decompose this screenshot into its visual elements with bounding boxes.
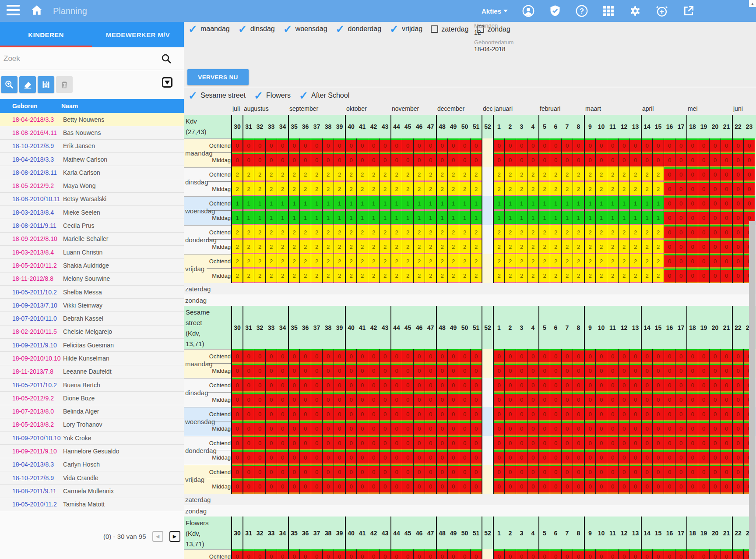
schedule-cell[interactable]: 2 [436, 225, 447, 240]
schedule-cell[interactable]: 0 [573, 349, 584, 364]
schedule-cell[interactable]: 0 [243, 393, 254, 407]
schedule-cell[interactable]: 0 [743, 196, 755, 211]
schedule-cell[interactable]: 0 [447, 364, 459, 378]
schedule-cell[interactable]: 0 [664, 182, 675, 196]
schedule-cell[interactable]: 0 [345, 479, 356, 494]
eraser-button[interactable] [19, 76, 36, 93]
table-row[interactable]: 18-05-2011/10.2Buena Bertch [0, 379, 184, 392]
schedule-cell[interactable]: 0 [664, 196, 675, 211]
schedule-cell[interactable]: 0 [447, 450, 459, 465]
schedule-cell[interactable]: 0 [686, 549, 698, 559]
schedule-cell[interactable]: 0 [459, 465, 470, 479]
schedule-cell[interactable]: 0 [686, 153, 698, 167]
schedule-cell[interactable]: 0 [607, 479, 618, 494]
schedule-cell[interactable]: 1 [470, 196, 482, 211]
schedule-cell[interactable]: 1 [607, 196, 618, 211]
schedule-cell[interactable]: 2 [550, 225, 561, 240]
schedule-cell[interactable]: 0 [368, 479, 379, 494]
schedule-cell[interactable]: 0 [379, 138, 390, 153]
schedule-cell[interactable]: 0 [618, 436, 629, 450]
schedule-cell[interactable]: 2 [322, 269, 334, 283]
schedule-cell[interactable]: 0 [698, 167, 709, 182]
schedule-cell[interactable]: 0 [516, 421, 527, 436]
table-row[interactable]: 18-09-2013/7.10Vikki Steinway [0, 299, 184, 312]
schedule-cell[interactable]: 0 [345, 364, 356, 378]
schedule-cell[interactable]: 2 [231, 254, 243, 269]
schedule-cell[interactable]: 1 [265, 211, 277, 225]
day-filter-checkbox-zaterdag[interactable] [431, 25, 438, 33]
schedule-cell[interactable]: 2 [356, 254, 368, 269]
schedule-cell[interactable]: 2 [277, 167, 288, 182]
schedule-cell[interactable]: 0 [618, 153, 629, 167]
schedule-cell[interactable]: 0 [334, 138, 345, 153]
schedule-cell[interactable]: 0 [356, 465, 368, 479]
schedule-cell[interactable]: 0 [664, 436, 675, 450]
schedule-cell[interactable]: 0 [561, 393, 573, 407]
schedule-cell[interactable]: 0 [516, 138, 527, 153]
schedule-cell[interactable]: 2 [345, 182, 356, 196]
home-icon[interactable] [31, 5, 42, 17]
schedule-cell[interactable]: 0 [402, 549, 413, 559]
schedule-cell[interactable]: 0 [629, 421, 641, 436]
schedule-cell[interactable]: 2 [573, 240, 584, 254]
schedule-cell[interactable]: 0 [368, 421, 379, 436]
schedule-cell[interactable]: 0 [288, 465, 299, 479]
schedule-cell[interactable]: 0 [664, 378, 675, 393]
schedule-cell[interactable]: 0 [311, 364, 322, 378]
schedule-cell[interactable]: 0 [573, 153, 584, 167]
schedule-cell[interactable]: 0 [675, 436, 686, 450]
schedule-cell[interactable]: 0 [379, 153, 390, 167]
schedule-cell[interactable]: 0 [436, 349, 447, 364]
schedule-cell[interactable]: 0 [390, 436, 402, 450]
schedule-cell[interactable]: 0 [709, 225, 721, 240]
schedule-cell[interactable]: 0 [277, 153, 288, 167]
schedule-cell[interactable]: 0 [721, 549, 732, 559]
schedule-cell[interactable]: 0 [299, 479, 311, 494]
schedule-cell[interactable]: 0 [425, 364, 436, 378]
schedule-cell[interactable]: 2 [629, 269, 641, 283]
schedule-cell[interactable]: 1 [299, 196, 311, 211]
schedule-cell[interactable]: 2 [584, 182, 595, 196]
schedule-cell[interactable]: 0 [686, 393, 698, 407]
schedule-cell[interactable]: 0 [595, 450, 607, 465]
schedule-cell[interactable]: 0 [356, 407, 368, 421]
schedule-cell[interactable]: 0 [698, 436, 709, 450]
schedule-cell[interactable]: 0 [265, 138, 277, 153]
schedule-cell[interactable]: 0 [561, 549, 573, 559]
schedule-cell[interactable]: 1 [243, 196, 254, 211]
schedule-cell[interactable]: 0 [493, 349, 504, 364]
schedule-cell[interactable]: 2 [607, 240, 618, 254]
schedule-cell[interactable]: 0 [413, 549, 425, 559]
schedule-cell[interactable]: 0 [379, 364, 390, 378]
schedule-cell[interactable]: 2 [425, 269, 436, 283]
schedule-cell[interactable]: 0 [618, 549, 629, 559]
schedule-cell[interactable]: 0 [265, 465, 277, 479]
schedule-cell[interactable]: 0 [345, 465, 356, 479]
schedule-cell[interactable]: 2 [368, 182, 379, 196]
schedule-cell[interactable]: 0 [595, 378, 607, 393]
schedule-cell[interactable]: 0 [425, 479, 436, 494]
schedule-cell[interactable]: 0 [538, 378, 550, 393]
schedule-cell[interactable]: 0 [254, 349, 265, 364]
schedule-cell[interactable]: 0 [698, 393, 709, 407]
schedule-cell[interactable]: 0 [732, 436, 743, 450]
location-filter-checkbox-flowers[interactable] [254, 91, 263, 100]
schedule-cell[interactable]: 0 [425, 450, 436, 465]
schedule-cell[interactable]: 2 [311, 167, 322, 182]
schedule-cell[interactable]: 0 [277, 549, 288, 559]
schedule-cell[interactable]: 0 [368, 549, 379, 559]
schedule-cell[interactable]: 2 [459, 225, 470, 240]
schedule-cell[interactable]: 2 [345, 240, 356, 254]
schedule-cell[interactable]: 0 [698, 211, 709, 225]
table-row[interactable]: 18-05-2010/11.2Tamisha Matott [0, 498, 184, 511]
schedule-cell[interactable]: 0 [379, 436, 390, 450]
schedule-cell[interactable]: 0 [652, 153, 664, 167]
schedule-cell[interactable]: 0 [538, 479, 550, 494]
schedule-cell[interactable]: 0 [573, 479, 584, 494]
schedule-cell[interactable]: 0 [402, 421, 413, 436]
schedule-cell[interactable]: 1 [243, 211, 254, 225]
schedule-cell[interactable]: 0 [470, 349, 482, 364]
table-row[interactable]: 18-09-2010/10.10Hilde Kunselman [0, 352, 184, 365]
schedule-cell[interactable]: 0 [686, 450, 698, 465]
schedule-cell[interactable]: 2 [538, 225, 550, 240]
